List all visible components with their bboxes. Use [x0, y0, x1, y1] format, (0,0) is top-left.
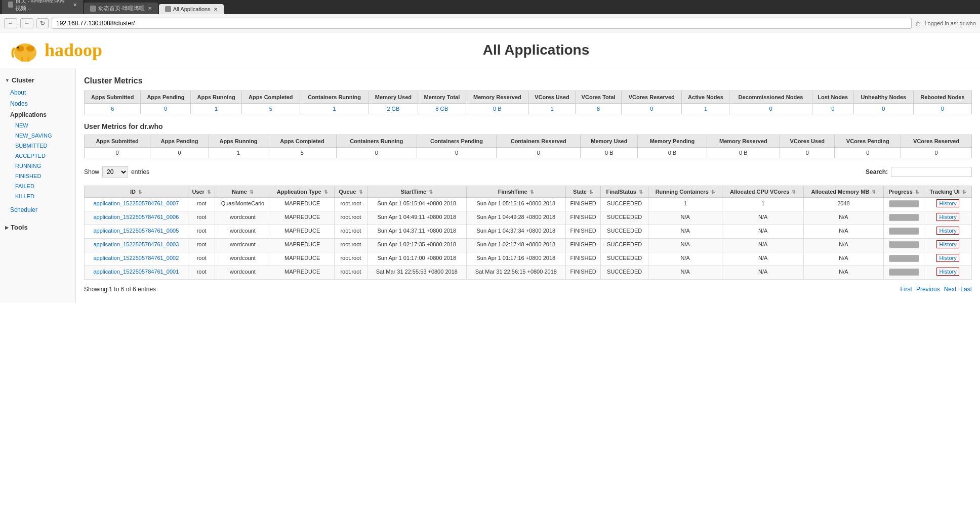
app-alloc-memory: 2048 — [837, 200, 849, 206]
cm-value-14[interactable]: 0 — [853, 104, 913, 114]
cm-value-0[interactable]: 6 — [85, 104, 141, 114]
sidebar-item-new-saving[interactable]: NEW_SAVING — [0, 130, 75, 141]
app-queue: root.root — [340, 255, 361, 261]
cm-value-10[interactable]: 0 — [622, 104, 682, 114]
address-bar[interactable] — [52, 18, 912, 29]
nav-refresh-button[interactable]: ↻ — [36, 18, 49, 28]
sidebar-item-finished[interactable]: FINISHED — [0, 171, 75, 181]
cm-value-11[interactable]: 1 — [682, 104, 729, 114]
app-tracking-ui-link[interactable]: History — [936, 240, 959, 248]
col-id[interactable]: ID ⇅ — [85, 186, 188, 198]
pagination-next[interactable]: Next — [944, 286, 957, 293]
tab-3[interactable]: All Applications ✕ — [159, 4, 224, 14]
sidebar-item-applications[interactable]: Applications — [0, 109, 75, 120]
search-input[interactable] — [891, 167, 972, 177]
applications-table: ID ⇅ User ⇅ Name ⇅ Application Type ⇅ Qu… — [84, 186, 972, 280]
sidebar-cluster[interactable]: Cluster — [0, 73, 75, 87]
app-user: root — [197, 255, 207, 261]
col-user[interactable]: User ⇅ — [188, 186, 215, 198]
col-alloc-cpu[interactable]: Allocated CPU VCores ⇅ — [722, 186, 804, 198]
sidebar-item-about[interactable]: About — [0, 87, 75, 98]
app-final-status: SUCCEEDED — [607, 214, 642, 220]
col-queue[interactable]: Queue ⇅ — [334, 186, 367, 198]
pagination-previous[interactable]: Previous — [916, 286, 940, 293]
sidebar-item-accepted[interactable]: ACCEPTED — [0, 151, 75, 161]
cm-value-13[interactable]: 0 — [812, 104, 853, 114]
col-final-status[interactable]: FinalStatus ⇅ — [601, 186, 648, 198]
sidebar-item-nodes[interactable]: Nodes — [0, 98, 75, 109]
app-tracking-ui-link[interactable]: History — [936, 199, 959, 207]
app-alloc-cpu: N/A — [758, 241, 767, 247]
col-state[interactable]: State ⇅ — [565, 186, 601, 198]
col-alloc-memory[interactable]: Allocated Memory MB ⇅ — [804, 186, 884, 198]
sidebar-item-killed[interactable]: KILLED — [0, 191, 75, 201]
cm-value-5[interactable]: 2 GB — [369, 104, 418, 114]
um-value-12: 0 — [901, 148, 972, 158]
sidebar-item-new[interactable]: NEW — [0, 120, 75, 130]
cm-value-1[interactable]: 0 — [141, 104, 191, 114]
app-start-time: Sun Apr 1 01:17:00 +0800 2018 — [377, 255, 456, 261]
sidebar-tools[interactable]: Tools — [0, 220, 75, 234]
cm-value-3[interactable]: 5 — [241, 104, 300, 114]
col-name[interactable]: Name ⇅ — [215, 186, 270, 198]
entries-select[interactable]: 20 50 100 — [102, 166, 128, 178]
app-progress-bar — [889, 269, 919, 276]
pagination-first[interactable]: First — [901, 286, 912, 293]
app-running-containers: N/A — [681, 255, 690, 261]
app-running-containers: N/A — [681, 214, 690, 220]
bookmark-icon[interactable]: ☆ — [915, 19, 921, 27]
col-start-time[interactable]: StartTime ⇅ — [367, 186, 466, 198]
col-tracking-ui[interactable]: Tracking UI ⇅ — [924, 186, 972, 198]
cm-value-6[interactable]: 8 GB — [418, 104, 466, 114]
app-user: root — [197, 228, 207, 234]
show-search-row: Show 20 50 100 entries Search: — [84, 166, 972, 182]
app-id-link[interactable]: application_1522505784761_0003 — [94, 241, 179, 247]
app-id-link[interactable]: application_1522505784761_0006 — [94, 214, 179, 220]
app-user: root — [197, 200, 207, 206]
cm-value-7[interactable]: 0 B — [466, 104, 528, 114]
sidebar-item-failed[interactable]: FAILED — [0, 181, 75, 191]
hadoop-logo[interactable]: hadoop — [10, 37, 102, 63]
app-alloc-cpu: N/A — [758, 214, 767, 220]
app-tracking-ui-link[interactable]: History — [936, 268, 959, 276]
col-running-containers[interactable]: Running Containers ⇅ — [648, 186, 722, 198]
cm-value-9[interactable]: 8 — [576, 104, 622, 114]
cm-value-12[interactable]: 0 — [729, 104, 812, 114]
app-id-link[interactable]: application_1522505784761_0005 — [94, 228, 179, 234]
pagination-last[interactable]: Last — [960, 286, 972, 293]
nav-back-button[interactable]: ← — [4, 18, 17, 28]
app-tracking-ui-link[interactable]: History — [936, 254, 959, 262]
cluster-metrics-title: Cluster Metrics — [84, 76, 972, 85]
sidebar: Cluster About Nodes Applications NEW NEW… — [0, 68, 76, 303]
cm-value-8[interactable]: 1 — [528, 104, 575, 114]
cm-value-4[interactable]: 1 — [300, 104, 369, 114]
table-row: application_1522505784761_0006rootwordco… — [85, 211, 972, 225]
app-tracking-ui-link[interactable]: History — [936, 227, 959, 235]
sidebar-item-running[interactable]: RUNNING — [0, 161, 75, 171]
cm-value-2[interactable]: 1 — [191, 104, 241, 114]
app-start-time: Sun Apr 1 05:15:04 +0800 2018 — [377, 200, 456, 206]
col-progress[interactable]: Progress ⇅ — [883, 186, 924, 198]
tab-2[interactable]: 动态首页-哗哩哗哩 ✕ — [84, 3, 158, 14]
cm-value-15[interactable]: 0 — [913, 104, 971, 114]
tab-close-3[interactable]: ✕ — [214, 7, 218, 12]
app-user: root — [197, 214, 207, 220]
tab-close-2[interactable]: ✕ — [148, 6, 152, 11]
col-finish-time[interactable]: FinishTime ⇅ — [466, 186, 565, 198]
tab-1[interactable]: 首页 - 哗哩哗哩弹幕视频... ✕ — [2, 0, 83, 14]
tab-close-1[interactable]: ✕ — [73, 2, 77, 8]
sidebar-item-scheduler[interactable]: Scheduler — [0, 204, 75, 215]
app-finish-time: Sun Apr 1 04:49:28 +0800 2018 — [476, 214, 555, 220]
app-alloc-memory: N/A — [839, 241, 848, 247]
nav-forward-button[interactable]: → — [20, 18, 33, 28]
app-type: MAPREDUCE — [284, 228, 320, 234]
tab-favicon-3 — [165, 6, 171, 12]
app-id-link[interactable]: application_1522505784761_0007 — [94, 200, 179, 206]
app-id-link[interactable]: application_1522505784761_0001 — [94, 269, 179, 275]
app-tracking-ui-link[interactable]: History — [936, 213, 959, 221]
sidebar-item-submitted[interactable]: SUBMITTED — [0, 141, 75, 151]
svg-point-2 — [26, 46, 34, 52]
app-id-link[interactable]: application_1522505784761_0002 — [94, 255, 179, 261]
entries-label: entries — [131, 168, 149, 175]
col-app-type[interactable]: Application Type ⇅ — [270, 186, 335, 198]
